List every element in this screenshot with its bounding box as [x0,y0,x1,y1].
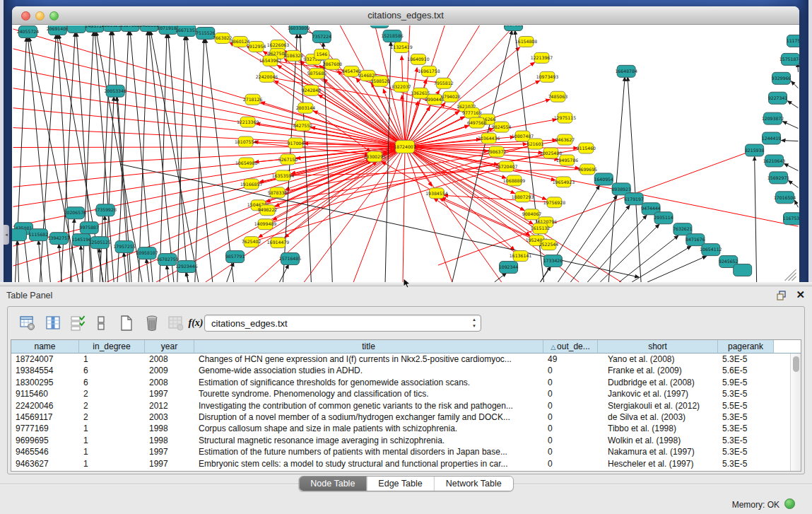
graph-node[interactable]: 18724007 [394,141,416,153]
graph-node[interactable]: 1167533 [783,213,799,225]
graph-node[interactable]: 917004 [288,138,305,148]
tab-edge-table[interactable]: Edge Table [366,477,433,491]
graph-node[interactable]: 13942757 [48,233,70,245]
table-row[interactable]: 977716911998Corpus callosum shape and si… [11,423,790,434]
graph-node[interactable]: 8186328 [284,50,304,61]
graph-node[interactable]: 2522544 [539,240,559,250]
graph-node[interactable]: 18807293 [512,192,534,202]
graph-node[interactable]: 15716485 [279,253,301,265]
tab-network-table[interactable]: Network Table [434,477,513,491]
graph-node[interactable]: 19756928 [543,197,565,208]
graph-node[interactable]: 12093872 [762,112,784,124]
graph-node[interactable]: 2867608 [323,59,343,69]
graph-node[interactable]: 1115682 [29,229,49,241]
graph-node[interactable]: 9975887 [79,222,99,234]
graph-node[interactable]: 20053346 [104,85,126,97]
graph-node[interactable]: 9824554 [492,122,512,132]
graph-node[interactable] [67,25,86,33]
graph-node[interactable]: 6466161 [139,25,159,31]
graph-node[interactable]: 19654923 [553,177,575,187]
graph-node[interactable]: 12213967 [531,52,553,63]
vertical-scrollbar[interactable] [790,354,801,471]
graph-node[interactable]: 7663822 [213,33,233,43]
graph-node[interactable]: 16136141 [510,251,531,262]
table-row[interactable]: 2242004622012Investigating the contribut… [11,400,790,411]
graph-node[interactable]: 1640954 [594,173,613,185]
graph-node[interactable]: 7357224 [312,30,332,42]
graph-node[interactable]: 1546 [314,49,329,59]
graph-node[interactable]: 7986372 [487,146,507,157]
graph-node[interactable]: 16210643 [763,155,785,167]
graph-node[interactable]: 16154808 [515,36,537,47]
graph-node[interactable] [12,229,26,241]
graph-node[interactable]: 2935114 [654,212,673,224]
graph-node[interactable]: 9498222 [258,205,278,216]
graph-node[interactable]: 1527602 [120,25,140,31]
graph-node[interactable]: 8471676 [686,234,705,246]
graph-node[interactable] [734,264,752,276]
graph-node[interactable]: 5875685 [307,68,327,78]
graph-node[interactable]: 9227341 [768,92,788,104]
select-rows-button[interactable] [66,312,89,334]
graph-node[interactable]: 1244419 [762,132,782,144]
delete-trash-button[interactable] [141,312,163,334]
float-window-icon[interactable] [775,290,788,301]
column-header-in_degree[interactable]: in_degree [79,340,145,354]
graph-node[interactable]: 1615132 [531,223,551,234]
graph-node[interactable]: 7625402 [242,237,261,247]
column-header-title[interactable]: title [194,340,543,354]
node-table[interactable]: namein_degreeyeartitle△out_de...shortpag… [11,339,801,472]
table-row[interactable]: 1938455462009Genome-wide association stu… [11,365,790,376]
new-document-button[interactable] [115,312,138,334]
graph-node[interactable]: 8322037 [392,81,411,92]
graph-node[interactable]: 9699695 [578,164,598,175]
graph-node[interactable]: 10654988 [235,158,257,168]
collapse-west-panel-tab[interactable]: ◂ [4,225,9,245]
table-row[interactable]: 1872400712008Changes of HCN gene express… [11,354,790,365]
graph-node[interactable]: 621601 [527,139,544,149]
graph-node[interactable]: 2718126 [243,94,263,105]
graph-node[interactable]: 9242848 [302,85,322,95]
select-columns-button[interactable] [42,312,64,334]
graph-node[interactable]: 16033809 [288,25,310,34]
graph-node[interactable]: 5267150 [278,154,298,165]
graph-node[interactable]: 5878334 [268,187,288,198]
graph-node[interactable]: 20691406 [47,25,69,35]
graph-node[interactable]: 17016504 [774,192,796,204]
graph-node[interactable]: 12505125 [88,237,110,249]
close-icon[interactable]: ✕ [796,288,805,301]
column-header-short[interactable]: short [598,340,718,354]
graph-node[interactable]: 8427552 [293,120,313,131]
scrollbar-thumb[interactable] [793,356,799,372]
graph-node[interactable]: 6794028 [441,91,461,102]
graph-node[interactable]: 1733426 [543,255,563,267]
graph-node[interactable]: 6179197 [624,193,644,205]
graph-node[interactable]: 15218586 [381,30,403,42]
graph-node[interactable]: 8215938 [745,144,765,156]
graph-node[interactable]: 17359928 [94,204,116,216]
graph-node[interactable]: 12975115 [554,112,576,123]
table-row[interactable]: 946362711997Embryonic stem cells: a mode… [11,458,790,469]
graph-node[interactable]: 7632621 [673,223,693,235]
column-header-pagerank[interactable]: pagerank [718,340,774,354]
table-row[interactable]: 969969511998Structural magnetic resonanc… [11,435,790,446]
column-header-out_degree[interactable]: △out_de... [543,340,598,354]
graph-node[interactable]: 2087682 [504,25,524,30]
graph-node[interactable]: 7485063 [548,91,568,102]
graph-node[interactable]: 16961758 [418,66,440,76]
graph-node[interactable]: 9463627 [555,134,575,145]
graph-node[interactable]: 2803144 [296,103,316,113]
graph-node[interactable]: 7955812 [434,78,454,88]
memory-status-indicator[interactable] [784,498,795,509]
column-header-name[interactable]: name [11,340,79,354]
graph-node[interactable]: 15751874 [779,53,799,65]
graph-node[interactable]: 16671355 [175,25,197,36]
graph-node[interactable]: 16648784 [615,65,637,77]
resize-grip-icon[interactable] [785,269,796,281]
graph-node[interactable]: 20206576 [64,207,86,219]
graph-node[interactable]: 9115460 [577,143,596,153]
column-header-year[interactable]: year [145,340,194,354]
table-selector-combobox[interactable]: citations_edges.txt ▲▼ [204,315,481,332]
table-settings-button[interactable] [16,312,39,334]
tab-node-table[interactable]: Node Table [299,477,366,491]
